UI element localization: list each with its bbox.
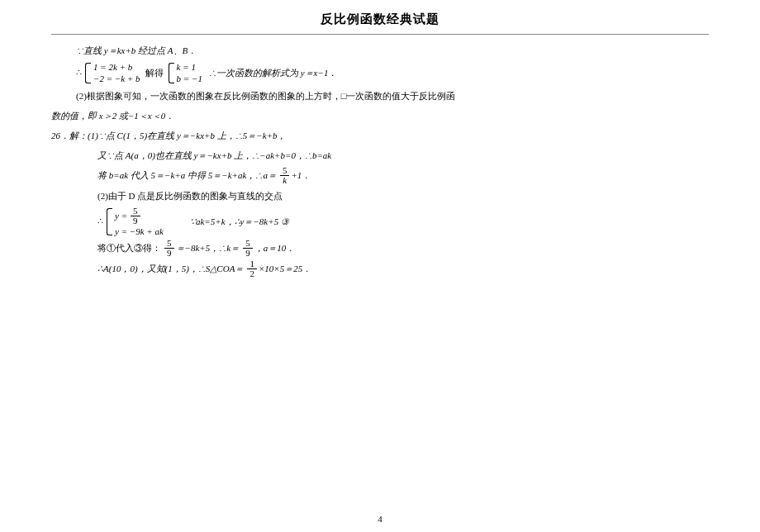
- eq-row: 1 = 2k + b: [93, 61, 140, 73]
- brace-system: y = 5 9 y = −9k + ak: [107, 207, 164, 237]
- text: ∵ak=5+k，∴y＝−8k+5 ③: [190, 212, 289, 230]
- eq-row: b = −1: [177, 73, 202, 84]
- denominator: 9: [243, 249, 253, 258]
- denominator: 9: [164, 249, 174, 258]
- text-line: ∵直线 y＝kx+b 经过点 A、B．: [51, 41, 709, 59]
- fraction: 5 9: [131, 207, 140, 226]
- text-line: 26．解：(1)∵点 C(1，5)在直线 y＝−kx+b 上，∴5＝−k+b，: [51, 126, 709, 145]
- eq-row: −2 = −k + b: [93, 73, 140, 84]
- text-line: 数的值，即 x＞2 或−1＜x＜0．: [51, 107, 709, 125]
- denominator: 2: [247, 269, 257, 278]
- numerator: 5: [131, 207, 140, 216]
- eq-row: y = 5 9: [115, 207, 164, 226]
- therefore-symbol: ∴: [76, 64, 82, 82]
- equation-line: ∴ 1 = 2k + b −2 = −k + b 解得 k = 1 b = −1…: [51, 61, 709, 85]
- brace-system: k = 1 b = −1: [169, 61, 202, 85]
- text: y =: [115, 210, 127, 221]
- eq-row: y = −9k + ak: [115, 226, 164, 237]
- text-line: 又∵点 A(a，0)也在直线 y＝−kx+b 上，∴−ak+b=0，∴b=ak: [51, 146, 709, 164]
- page-number: 4: [0, 514, 760, 524]
- fraction: 5 k: [280, 166, 290, 185]
- text: ∴A(10，0)，又知(1，5)，∴S△COA＝: [97, 259, 244, 278]
- fraction: 1 2: [247, 259, 257, 278]
- denominator: 9: [131, 216, 140, 226]
- equation-line: 将①代入③得： 5 9 ＝−8k+5，∴k＝ 5 9 ，a＝10．: [51, 239, 709, 258]
- fraction: 5 9: [243, 239, 253, 258]
- page-title: 反比例函数经典试题: [51, 12, 709, 27]
- text: ∴一次函数的解析式为 y＝x−1．: [209, 64, 337, 82]
- text: ＝−8k+5，∴k＝: [176, 239, 240, 257]
- numerator: 5: [280, 166, 290, 176]
- eq-row: k = 1: [177, 61, 202, 73]
- text: (2)根据图象可知，一次函数的图象在反比例函数的图象的上方时，□一次函数的值大于…: [76, 91, 455, 101]
- text: ∵直线 y＝kx+b 经过点 A、B．: [76, 45, 197, 55]
- text-line: (2)由于 D 点是反比例函数的图象与直线的交点: [51, 187, 709, 205]
- brace-system: 1 = 2k + b −2 = −k + b: [85, 61, 140, 85]
- text: 将 b=ak 代入 5＝−k+a 中得 5＝−k+ak，∴a＝: [97, 166, 277, 184]
- equation-line: ∴A(10，0)，又知(1，5)，∴S△COA＝ 1 2 ×10×5＝25．: [51, 259, 709, 278]
- equation-line: ∴ y = 5 9 y = −9k + ak ∵ak=5+k，∴y＝−8k+5 …: [51, 207, 709, 237]
- equation-line: 将 b=ak 代入 5＝−k+a 中得 5＝−k+ak，∴a＝ 5 k +1．: [51, 166, 709, 185]
- therefore-symbol: ∴: [97, 212, 103, 230]
- text-line: (2)根据图象可知，一次函数的图象在反比例函数的图象的上方时，□一次函数的值大于…: [51, 87, 709, 105]
- text: ×10×5＝25．: [259, 259, 311, 278]
- text: 将①代入③得：: [97, 239, 161, 257]
- title-divider: [51, 34, 709, 35]
- text: ，a＝10．: [254, 239, 296, 257]
- text: 数的值，即 x＞2 或−1＜x＜0．: [51, 111, 174, 121]
- text: +1．: [291, 166, 311, 184]
- denominator: k: [280, 176, 290, 185]
- text: 又∵点 A(a，0)也在直线 y＝−kx+b 上，∴−ak+b=0，∴b=ak: [97, 150, 331, 160]
- text: 解得: [145, 64, 164, 82]
- fraction: 5 9: [164, 239, 174, 258]
- text: 26．解：(1)∵点 C(1，5)在直线 y＝−kx+b 上，∴5＝−k+b，: [51, 131, 286, 140]
- text: (2)由于 D 点是反比例函数的图象与直线的交点: [97, 191, 283, 201]
- document-page: 反比例函数经典试题 ∵直线 y＝kx+b 经过点 A、B． ∴ 1 = 2k +…: [0, 0, 760, 278]
